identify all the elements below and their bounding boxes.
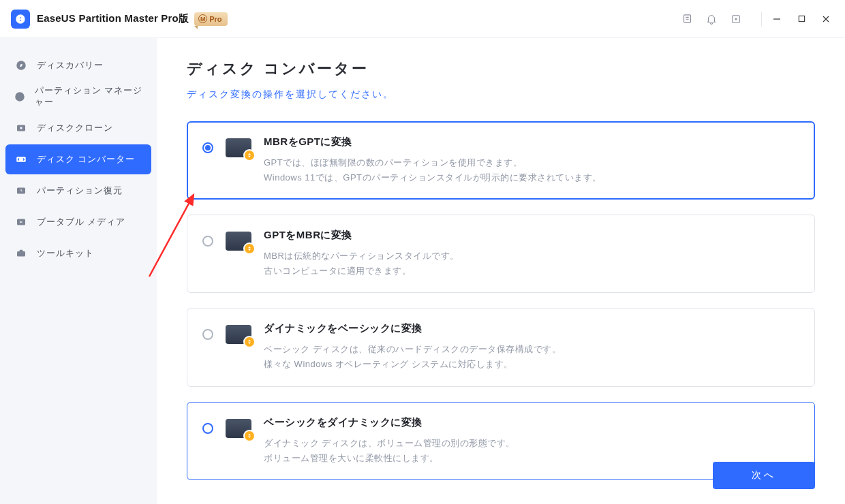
bell-icon[interactable] [705,13,718,25]
option-title: ベーシックをダイナミックに変換 [264,416,799,429]
svg-rect-7 [20,127,22,129]
sidebar: ディスカバリー パーティション マネージャー ディスククローン ディスク コンバ… [0,38,157,504]
pro-badge-text: Pro [209,15,221,23]
svg-rect-4 [799,16,804,21]
sidebar-item-label: ブータブル メディア [37,217,125,228]
converter-option-1[interactable]: GPTをMBRに変換MBRは伝統的なパーティションスタイルです。古いコンピュータ… [187,215,815,293]
next-button[interactable]: 次へ [713,462,815,489]
toolkit-icon [14,246,29,261]
radio-button[interactable] [202,236,213,247]
sidebar-item-partition-recovery[interactable]: パーティション復元 [5,176,151,206]
sidebar-item-discovery[interactable]: ディスカバリー [5,50,151,80]
svg-point-3 [735,18,737,20]
sidebar-item-label: ディスク コンバーター [37,154,135,166]
option-title: MBRをGPTに変換 [264,136,799,148]
titlebar: EaseUS Partition Master Pro版 M Pro [0,0,845,38]
page-subtitle: ディスク変換の操作を選択してください。 [187,89,815,101]
window-controls [765,7,838,31]
pie-icon [14,89,27,104]
app-logo-icon [11,10,30,29]
disk-convert-icon [226,419,251,438]
close-button[interactable] [814,7,838,31]
converter-option-2[interactable]: ダイナミックをベーシックに変換ベーシック ディスクは、従来のハードディスクのデー… [187,308,815,386]
radio-button[interactable] [202,142,213,153]
maximize-button[interactable] [789,7,814,31]
converter-option-0[interactable]: MBRをGPTに変換GPTでは、ほぼ無制限の数のパーティションを使用できます。W… [187,121,815,200]
menu-box-icon[interactable] [730,13,742,25]
sidebar-item-label: パーティション マネージャー [35,85,143,108]
disk-convert-icon [226,138,251,157]
media-icon [14,215,29,230]
disk-convert-icon [226,325,251,344]
sidebar-item-label: ディスククローン [37,123,113,134]
sidebar-item-disk-clone[interactable]: ディスククローン [5,113,151,143]
sidebar-item-label: パーティション復元 [37,185,123,197]
radio-button[interactable] [202,329,213,340]
note-icon[interactable] [681,13,693,25]
compass-icon [14,58,29,73]
sidebar-item-label: ディスカバリー [37,60,104,72]
sidebar-item-toolkit[interactable]: ツールキット [5,238,151,268]
svg-rect-11 [17,251,25,257]
convert-icon [14,152,29,167]
svg-rect-12 [20,250,23,252]
clone-icon [14,121,29,136]
option-title: ダイナミックをベーシックに変換 [264,322,799,335]
option-title: GPTをMBRに変換 [264,229,799,242]
radio-button[interactable] [202,423,213,434]
option-description: ベーシック ディスクは、従来のハードディスクのデータ保存構成です。様々な Win… [264,342,799,372]
sidebar-item-disk-converter[interactable]: ディスク コンバーター [5,144,151,174]
option-description: GPTでは、ほぼ無制限の数のパーティションを使用できます。Windows 11で… [264,155,799,185]
titlebar-separator [761,12,762,27]
sidebar-item-partition-manager[interactable]: パーティション マネージャー [5,82,151,112]
option-description: MBRは伝統的なパーティションスタイルです。古いコンピュータに適用できます。 [264,249,799,279]
pro-badge: M Pro [194,12,227,26]
svg-rect-1 [683,15,690,22]
titlebar-icons [681,12,765,27]
main-content: ディスク コンバーター ディスク変換の操作を選択してください。 MBRをGPTに… [157,38,845,504]
minimize-button[interactable] [765,7,789,31]
disk-convert-icon [226,232,251,251]
app-title: EaseUS Partition Master Pro版 [37,12,189,25]
sidebar-item-bootable-media[interactable]: ブータブル メディア [5,207,151,237]
recover-icon [14,183,29,198]
page-title: ディスク コンバーター [187,59,815,79]
svg-point-0 [16,14,25,23]
pro-badge-letter: M [198,14,207,23]
sidebar-item-label: ツールキット [37,248,94,259]
